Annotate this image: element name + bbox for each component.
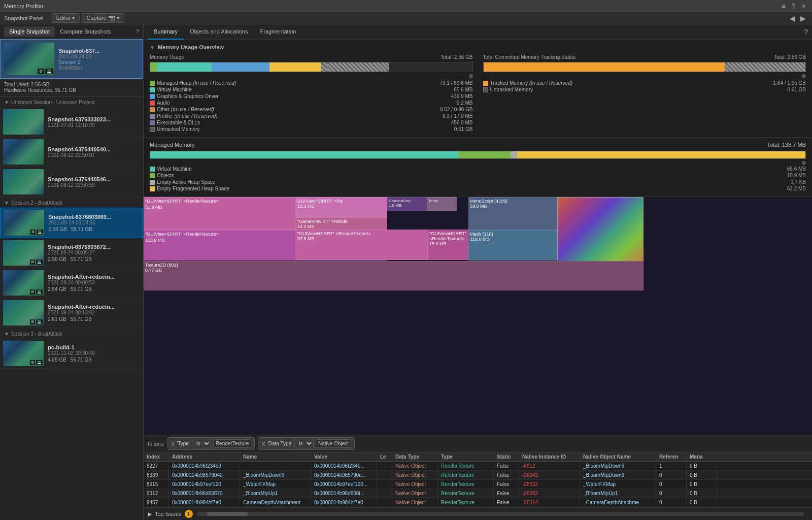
managed-memory-header: Managed Memory Total: 138.7 MB <box>150 142 806 148</box>
committed-bar-scrollbar <box>483 73 806 77</box>
col-value[interactable]: Value <box>311 452 377 461</box>
filter-remove-1[interactable]: X <box>171 441 175 447</box>
filter-remove-2[interactable]: X <box>261 441 265 447</box>
snapshot-name-6: Snapshot-After-reducin... <box>48 274 140 280</box>
col-managed[interactable]: Mana <box>687 452 717 461</box>
content-area: Summary Objects and Allocations Fragment… <box>144 24 812 520</box>
nav-back-icon[interactable]: ◀ <box>788 14 797 22</box>
col-type[interactable]: Type <box>438 452 494 461</box>
col-static[interactable]: Static <box>494 452 519 461</box>
table-row[interactable]: 89150x0000014b97eef120_WaterFXMap0x00000… <box>144 480 812 489</box>
snapshot-item-3[interactable]: Snapshot-6376440546... 2021-08-12 22:50:… <box>0 167 143 197</box>
snapshot-item-7[interactable]: ⚙ 💻 Snapshot-After-reducin... 2021-09-24… <box>0 298 143 328</box>
session-arrow-3[interactable]: ▼ <box>4 331 9 337</box>
col-references[interactable]: Referen <box>656 452 687 461</box>
table-row[interactable]: 83390x0000014b98579040_BloomMipDown60x00… <box>144 471 812 480</box>
frag-block-1[interactable]: "GUIViewHDRRT" <RenderTexture> 51.9 MB <box>144 197 296 230</box>
frag-block-temp[interactable]: Temp <box>427 197 457 211</box>
snapshot-date-1: 2021-07-31 12:10:30 <box>48 122 140 128</box>
snapshot-item-2[interactable]: Snapshot-6376440540... 2021-08-12 22:50:… <box>0 137 143 167</box>
frag-block-2[interactable]: "GUIViewHDRRT" <RenderTexture> 103.9 MB <box>144 230 296 261</box>
menu-icon[interactable]: ≡ <box>780 2 788 10</box>
table-row[interactable]: 94570x0000014b984bf7e0CameraDepthAttachm… <box>144 498 812 507</box>
legend-color-other <box>150 107 155 112</box>
col-native-name[interactable]: Native Object Name <box>580 452 656 461</box>
legend-color-vm <box>150 87 155 92</box>
app-title: Memory Profiler <box>4 3 44 9</box>
tab-single-snapshot[interactable]: Single Snapshot <box>4 26 55 37</box>
editor-button[interactable]: Editor ▾ <box>52 13 80 23</box>
frag-block-texture[interactable]: Texture2D (801) 0.77 GB <box>144 261 644 290</box>
snapshot-item-4[interactable]: ⚙ 💻 Snapshot-6376803869... 2021-09-24 00… <box>0 208 143 238</box>
snapshot-info-5: Snapshot-6376803872... 2021-09-24 00:05:… <box>48 244 140 262</box>
managed-memory-label: Managed Memory <box>150 142 195 148</box>
table-cell-nativeObjectName: _CameraDepthAttachme... <box>580 498 656 507</box>
top-issues-toggle[interactable]: ▶ Top Issues 1 <box>148 510 193 518</box>
col-index[interactable]: Index <box>144 452 169 461</box>
filter-tag-2: X 'Data Type' Is Native Object <box>258 437 355 450</box>
tab-compare-snapshots[interactable]: Compare Snapshots <box>55 26 116 37</box>
close-icon[interactable]: × <box>800 2 808 10</box>
table-cell-index: 8227 <box>144 462 169 470</box>
snapshot-item-5[interactable]: ⚙ 💻 Snapshot-6376803872... 2021-09-24 00… <box>0 238 143 268</box>
snapshot-date-2: 2021-08-12 22:50:01 <box>48 152 140 158</box>
tab-fragmentation[interactable]: Fragmentation <box>254 24 302 40</box>
legend-managed-objects: Objects 10.9 MB <box>150 173 806 178</box>
content-tab-help-icon[interactable]: ? <box>804 28 808 36</box>
bar-graphics <box>212 62 269 72</box>
memory-usage-total: Total: 2.56 GB <box>441 54 472 60</box>
col-address[interactable]: Address <box>169 452 240 461</box>
total-used-section: Total Used: 2.56 GB Hardware Resources: … <box>0 79 143 96</box>
col-name[interactable]: Name <box>240 452 311 461</box>
memory-overview-title: Memory Usage Overview <box>158 44 224 50</box>
snapshot-date-7: 2021-09-24 00:13:02 <box>48 310 140 315</box>
filter-op-2[interactable]: Is <box>294 439 314 448</box>
session-header-2: ▼ Session 2 - BoatAttack <box>0 197 143 208</box>
frag-block-3[interactable]: GUIViewHDRRT" <Re 12.1 MB <box>296 197 387 217</box>
table-cell-managed: 0 B <box>687 498 717 507</box>
table-cell-name <box>240 462 311 470</box>
frag-block-6[interactable]: "GUIViewHDRRT" <RenderTexture> 37.6 MB <box>296 230 428 260</box>
help-icon[interactable]: ? <box>790 2 798 10</box>
horizontal-scrollbar[interactable] <box>197 512 804 516</box>
legend-other: Other (In use / Reserved) 0.62 / 0.90 GB <box>150 107 473 112</box>
col-le[interactable]: Le <box>377 452 392 461</box>
snapshot-info-7: Snapshot-After-reducin... 2021-09-24 00:… <box>48 304 140 322</box>
table-cell-le <box>377 462 392 470</box>
legend-untracked: Untracked Memory 0.61 GB <box>150 126 473 132</box>
snapshot-info-8: pc-build-1 2021-11-02 20:30:49 4.09 GB55… <box>48 344 140 363</box>
memory-usage-panel-header: Memory Usage Total: 2.56 GB <box>150 54 473 60</box>
frag-block-monoscript[interactable]: MonoScript (4209) 39.0 MB <box>468 197 557 230</box>
tab-help-icon[interactable]: ? <box>136 28 139 35</box>
table-cell-managed: 0 B <box>687 471 717 479</box>
memory-usage-label: Memory Usage <box>150 54 184 60</box>
nav-forward-icon[interactable]: ▶ <box>798 14 808 22</box>
snapshot-item-featured[interactable]: ⚙ 💻 Snapshot-637... 2021-09-24 00:... Se… <box>0 39 143 79</box>
section-arrow-memory[interactable]: ▼ <box>150 45 155 50</box>
frag-block-colorful[interactable] <box>557 197 644 262</box>
tab-summary[interactable]: Summary <box>148 24 184 40</box>
hardware-resources-label: Hardware Resources: 55.71 GB <box>4 87 139 93</box>
table-row[interactable]: 82270x0000014b96f234b00x0000014b96f234b.… <box>144 462 812 471</box>
col-datatype[interactable]: Data Type <box>392 452 438 461</box>
session-header-3: ▼ Session 3 - BoatAttack <box>0 328 143 339</box>
snapshot-info-4: Snapshot-6376803869... 2021-09-24 00:04:… <box>48 214 140 232</box>
session-arrow-2[interactable]: ▼ <box>4 200 9 206</box>
frag-block-mesh[interactable]: Mesh (118) 118.6 MB <box>468 230 557 261</box>
table-row[interactable]: 93120x0000014b96d60870_BloomMipUp10x0000… <box>144 489 812 498</box>
snapshot-item-1[interactable]: Snapshot-6376333023... 2021-07-31 12:10:… <box>0 107 143 137</box>
col-native-id[interactable]: Native Instance ID <box>519 452 580 461</box>
legend-exe-dlls: Executable & DLLs 456.0 MB <box>150 120 473 125</box>
tab-objects-allocations[interactable]: Objects and Allocations <box>184 24 254 40</box>
scrollbar-thumb <box>207 512 248 516</box>
capture-button[interactable]: Capture 📷 ▾ <box>82 13 124 23</box>
snapshot-info-2: Snapshot-6376440540... 2021-08-12 22:50:… <box>48 146 140 158</box>
snapshot-item-6[interactable]: ⚙ 💻 Snapshot-After-reducin... 2021-09-24… <box>0 268 143 298</box>
managed-bar-fragmented <box>517 151 805 158</box>
frag-block-cameadep[interactable]: CameraDep 1.0 MB <box>387 197 428 211</box>
filter-op-1[interactable]: Is <box>192 439 211 448</box>
session-arrow-unknown[interactable]: ▼ <box>4 100 9 105</box>
legend-virtual-machine: Virtual Machine 65.6 MB <box>150 87 473 92</box>
frag-block-7[interactable]: "GUIViewHDRRT" <RenderTexture> 15.6 MB <box>428 230 468 260</box>
snapshot-item-8[interactable]: ⚙ 💻 pc-build-1 2021-11-02 20:30:49 4.09 … <box>0 339 143 369</box>
